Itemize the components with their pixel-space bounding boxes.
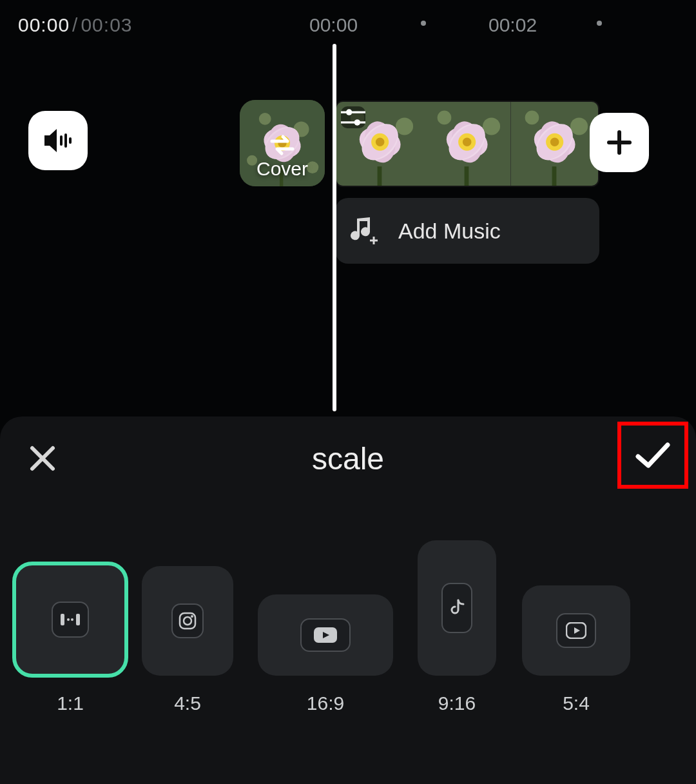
check-icon: [634, 440, 672, 471]
ratio-option-4-5[interactable]: 4:5: [142, 566, 233, 714]
svg-rect-38: [465, 166, 469, 186]
ratio-label: 1:1: [57, 692, 84, 714]
ratio-option-9-16[interactable]: 9:16: [418, 540, 496, 714]
svg-point-31: [483, 117, 500, 135]
svg-point-60: [184, 617, 191, 625]
ruler-dot: [421, 21, 426, 26]
clip-frame: [423, 102, 510, 186]
svg-marker-65: [574, 627, 580, 634]
current-time-display: 00:00/00:03: [18, 14, 133, 36]
ratio-label: 4:5: [174, 692, 201, 714]
add-clip-button[interactable]: [590, 113, 649, 172]
tiktok-icon: [449, 599, 465, 617]
panel-title: scale: [312, 441, 384, 476]
ruler-tick-2: 00:02: [488, 14, 537, 36]
svg-point-40: [525, 111, 539, 125]
youtube-icon: [313, 627, 338, 643]
svg-rect-0: [60, 135, 63, 146]
svg-rect-48: [552, 166, 556, 186]
svg-point-57: [71, 618, 73, 621]
scale-panel: scale 1:1 4:5 16:9: [0, 416, 696, 784]
add-music-label: Add Music: [398, 219, 501, 244]
svg-point-7: [307, 161, 319, 173]
svg-point-30: [438, 111, 452, 125]
svg-point-23: [376, 138, 385, 147]
cover-label: Cover: [256, 158, 308, 180]
add-music-button[interactable]: Add Music: [335, 198, 599, 264]
ratio-option-16-9[interactable]: 16:9: [258, 594, 393, 714]
ratio-label: 9:16: [438, 692, 476, 714]
volume-button[interactable]: [28, 111, 88, 170]
adjust-icon[interactable]: [341, 106, 365, 128]
svg-rect-24: [378, 166, 382, 186]
aspect-ratio-list: 1:1 4:5 16:9 9:16: [0, 526, 696, 784]
ratio-option-1-1[interactable]: 1:1: [14, 564, 126, 714]
ratio-label: 16:9: [307, 692, 344, 714]
svg-point-4: [259, 113, 271, 125]
playhead-time: 00:00: [18, 14, 70, 35]
svg-rect-58: [76, 614, 80, 625]
svg-rect-1: [64, 133, 67, 148]
plus-icon: [605, 128, 633, 157]
close-button[interactable]: [28, 444, 57, 473]
instagram-icon: [179, 612, 197, 630]
volume-icon: [42, 126, 74, 155]
svg-point-17: [396, 117, 413, 135]
music-plus-icon: [351, 217, 380, 244]
svg-rect-55: [61, 614, 64, 625]
svg-point-41: [570, 117, 588, 135]
svg-point-61: [191, 615, 193, 618]
clip-track[interactable]: [335, 101, 599, 187]
confirm-button[interactable]: [617, 422, 688, 489]
svg-rect-2: [69, 137, 72, 144]
cover-button[interactable]: Cover: [240, 100, 325, 186]
clip-frame: [511, 102, 598, 186]
ruler-tick-0: 00:00: [309, 14, 358, 36]
svg-point-56: [67, 618, 70, 621]
swap-icon: [268, 133, 296, 157]
ratio-option-5-4[interactable]: 5:4: [522, 585, 630, 714]
clip-frame: [336, 102, 423, 186]
square-icon: [60, 613, 81, 626]
ruler-dot: [597, 21, 602, 26]
svg-point-37: [463, 138, 472, 147]
svg-point-47: [550, 138, 559, 147]
duration: 00:03: [81, 14, 132, 35]
svg-point-6: [247, 155, 257, 166]
ratio-label: 5:4: [563, 692, 590, 714]
close-icon: [28, 444, 57, 473]
playhead[interactable]: [333, 44, 336, 411]
play-icon: [566, 622, 586, 639]
